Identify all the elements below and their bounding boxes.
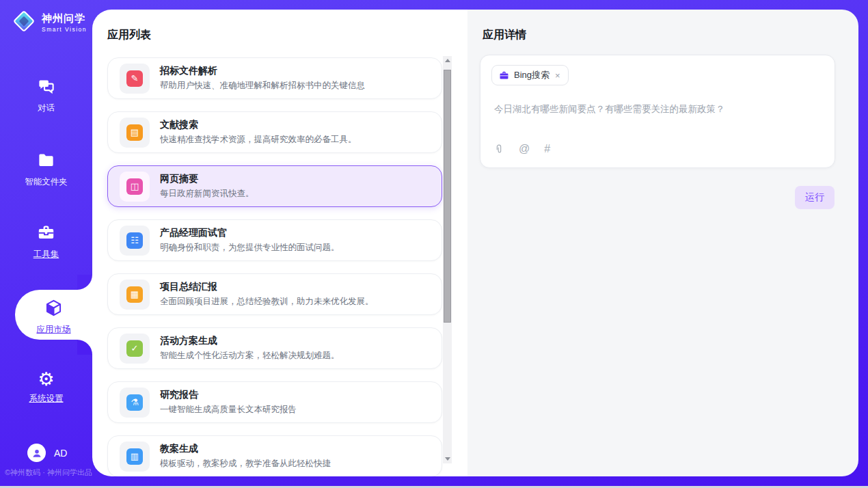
app-card-literature-search[interactable]: ▤ 文献搜索 快速精准查找学术资源，提高研究效率的必备工具。 <box>107 111 442 153</box>
user-account[interactable]: AD <box>27 444 67 462</box>
app-detail-title: 应用详情 <box>483 28 526 42</box>
chat-icon <box>37 77 56 96</box>
sidebar-item-label: 对话 <box>0 103 92 114</box>
app-card-list: ✎ 招标文件解析 帮助用户快速、准确地理解和解析招标书中的关键信息 ▤ 文献搜索… <box>107 57 442 476</box>
app-card-pm-interviewer[interactable]: ☷ 产品经理面试官 明确身份和职责，为您提供专业性的面试问题。 <box>107 219 442 261</box>
prompt-card: Bing搜索 × 今日湖北有哪些新闻要点？有哪些需要关注的最新政策？ @ # <box>480 55 835 168</box>
research-icon: ⚗ <box>120 388 150 418</box>
folder-icon <box>37 150 56 170</box>
app-card-desc: 每日政府新闻资讯快查。 <box>160 188 254 200</box>
sidebar-item-label: 系统设置 <box>0 393 92 405</box>
sidebar-item-chat[interactable]: 对话 <box>0 77 92 114</box>
app-card-research-report[interactable]: ⚗ 研究报告 一键智能生成高质量长文本研究报告 <box>107 381 442 423</box>
main-content: 应用列表 ✎ 招标文件解析 帮助用户快速、准确地理解和解析招标书中的关键信息 ▤… <box>92 10 858 476</box>
sidebar-item-toolset[interactable]: 工具集 <box>0 223 92 260</box>
scroll-up-icon[interactable] <box>443 56 452 65</box>
app-card-desc: 全面回顾项目进展，总结经验教训，助力未来优化发展。 <box>160 296 374 308</box>
avatar <box>27 444 46 462</box>
sidebar-item-settings[interactable]: ⚙ 系统设置 <box>0 370 92 405</box>
app-card-title: 项目总结汇报 <box>160 281 374 293</box>
brand-subtitle: Smart Vision <box>42 26 87 33</box>
app-card-event-plan[interactable]: ✓ 活动方案生成 智能生成个性化活动方案，轻松解决规划难题。 <box>107 327 442 369</box>
edit-icon: ✎ <box>120 64 150 94</box>
diamond-logo-icon <box>11 8 37 37</box>
interview-icon: ☷ <box>120 226 150 256</box>
app-card-title: 研究报告 <box>160 389 297 401</box>
brand-logo: 神州问学 Smart Vision <box>11 8 87 37</box>
close-icon[interactable]: × <box>554 70 561 81</box>
app-card-title: 招标文件解析 <box>160 65 365 77</box>
tool-tag-label: Bing搜索 <box>514 69 550 81</box>
book-icon: ▤ <box>120 118 150 148</box>
app-card-title: 教案生成 <box>160 443 331 455</box>
tool-tag-bing-search[interactable]: Bing搜索 × <box>491 65 569 85</box>
cube-icon <box>44 298 64 317</box>
app-card-web-summary[interactable]: ◫ 网页摘要 每日政府新闻资讯快查。 <box>107 165 442 207</box>
user-name: AD <box>54 448 67 459</box>
app-card-project-summary[interactable]: ▦ 项目总结汇报 全面回顾项目进展，总结经验教训，助力未来优化发展。 <box>107 273 442 315</box>
mention-icon[interactable]: @ <box>519 143 530 155</box>
attachment-toolbar: @ # <box>493 143 550 155</box>
copyright-text: ©神州数码 · 神州问学出品 <box>5 467 92 478</box>
app-list-title: 应用列表 <box>107 28 151 42</box>
app-card-desc: 帮助用户快速、准确地理解和解析招标书中的关键信息 <box>160 80 365 92</box>
app-card-title: 文献搜索 <box>160 119 357 131</box>
hashtag-icon[interactable]: # <box>544 143 550 155</box>
brand-name: 神州问学 <box>42 12 85 24</box>
toolbox-icon <box>37 223 56 242</box>
sidebar: 神州问学 Smart Vision 对话 智能文件夹 工具集 <box>0 0 92 488</box>
list-scrollbar[interactable] <box>443 56 452 463</box>
notepad-icon: ▦ <box>120 280 150 310</box>
sidebar-item-smart-folder[interactable]: 智能文件夹 <box>0 150 92 188</box>
tab-curve-bottom <box>77 340 92 355</box>
scrollbar-thumb[interactable] <box>444 70 451 323</box>
sidebar-item-label: 应用市场 <box>15 324 92 336</box>
briefcase-icon <box>499 70 509 81</box>
app-card-title: 产品经理面试官 <box>160 227 340 239</box>
tab-curve-top <box>77 275 92 290</box>
app-card-desc: 一键智能生成高质量长文本研究报告 <box>160 404 297 416</box>
app-detail-panel: 应用详情 Bing搜索 × 今日湖北有哪些新闻要点？有哪些需要关注的最新政策？ <box>467 10 858 476</box>
app-list-panel: 应用列表 ✎ 招标文件解析 帮助用户快速、准确地理解和解析招标书中的关键信息 ▤… <box>92 10 467 476</box>
app-card-desc: 智能生成个性化活动方案，轻松解决规划难题。 <box>160 350 340 362</box>
app-card-tender-parse[interactable]: ✎ 招标文件解析 帮助用户快速、准确地理解和解析招标书中的关键信息 <box>107 57 442 99</box>
app-card-desc: 模板驱动，教案秒成，教学准备从此轻松快捷 <box>160 458 331 470</box>
app-card-desc: 明确身份和职责，为您提供专业性的面试问题。 <box>160 242 340 254</box>
books-icon: ▥ <box>120 442 150 472</box>
prompt-input[interactable]: 今日湖北有哪些新闻要点？有哪些需要关注的最新政策？ <box>494 103 821 116</box>
app-card-desc: 快速精准查找学术资源，提高研究效率的必备工具。 <box>160 134 357 146</box>
sidebar-item-label: 智能文件夹 <box>0 176 92 188</box>
app-card-lesson-plan[interactable]: ▥ 教案生成 模板驱动，教案秒成，教学准备从此轻松快捷 <box>107 435 442 476</box>
sidebar-item-app-market[interactable]: 应用市场 <box>15 290 92 340</box>
sidebar-item-label: 工具集 <box>0 249 92 260</box>
app-card-title: 网页摘要 <box>160 173 254 185</box>
app-card-title: 活动方案生成 <box>160 335 340 347</box>
webpage-code-icon: ◫ <box>120 172 150 202</box>
run-button[interactable]: 运行 <box>795 186 835 209</box>
paperclip-icon[interactable] <box>493 144 504 155</box>
gear-icon: ⚙ <box>37 370 56 389</box>
scroll-down-icon[interactable] <box>443 455 452 463</box>
clipboard-check-icon: ✓ <box>120 334 150 364</box>
